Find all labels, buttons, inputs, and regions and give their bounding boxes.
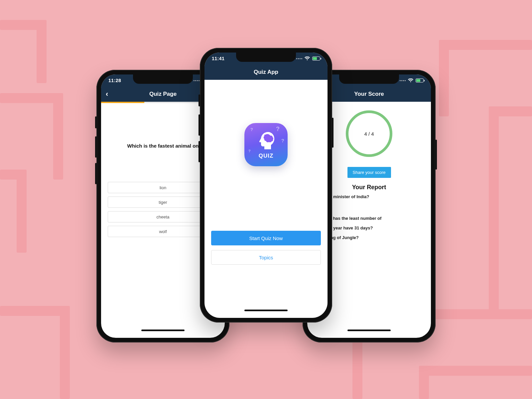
score-ring: 4 / 4 xyxy=(346,110,392,157)
status-time: 11:41 xyxy=(212,56,224,61)
page-title: Your Score xyxy=(354,91,384,97)
navbar: Quiz App xyxy=(204,65,328,80)
page-title: Quiz Page xyxy=(149,91,177,97)
battery-icon xyxy=(416,78,424,82)
status-time: 11:28 xyxy=(108,78,121,83)
report-heading: Your Report xyxy=(352,184,386,191)
score-value: 4 / 4 xyxy=(364,131,374,137)
phone-home-page: 11:41 Quiz App ? ? ? ? xyxy=(200,48,332,323)
home-indicator[interactable] xyxy=(244,310,288,311)
brain-icon xyxy=(255,130,277,151)
share-score-button[interactable]: Share your score xyxy=(347,167,391,178)
quiz-app-icon: ? ? ? ? QUIZ xyxy=(244,123,288,166)
topics-button[interactable]: Topics xyxy=(211,250,321,265)
wifi-icon xyxy=(408,78,414,82)
home-indicator[interactable] xyxy=(141,330,185,331)
back-icon[interactable]: ‹ xyxy=(106,90,108,98)
start-quiz-button[interactable]: Start Quiz Now xyxy=(211,231,321,245)
battery-icon xyxy=(312,57,320,61)
page-title: Quiz App xyxy=(254,69,278,75)
wifi-icon xyxy=(304,57,310,61)
home-indicator[interactable] xyxy=(347,330,391,331)
quiz-icon-label: QUIZ xyxy=(259,153,274,159)
